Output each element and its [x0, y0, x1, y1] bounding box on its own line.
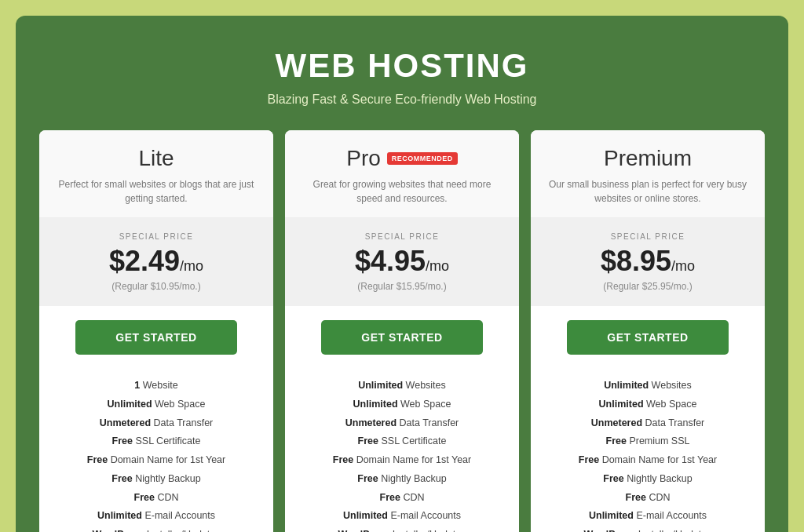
plan-features-premium: Unlimited WebsitesUnlimited Web SpaceUnm… [531, 369, 765, 532]
plan-features-lite: 1 WebsiteUnlimited Web SpaceUnmetered Da… [39, 369, 273, 532]
plan-name-premium: Premium [546, 146, 749, 171]
plan-card-pro: ProRECOMMENDEDGreat for growing websites… [285, 130, 519, 532]
price-lite: $2.49/mo [55, 245, 258, 278]
feature-item: Free CDN [55, 489, 258, 508]
price-period-pro: /mo [426, 258, 449, 274]
price-pro: $4.95/mo [301, 245, 503, 278]
regular-price-pro: (Regular $15.95/mo.) [301, 281, 503, 292]
page-title: WEB HOSTING [39, 47, 765, 85]
feature-item: Unlimited Web Space [55, 395, 258, 414]
plan-header-pro: ProRECOMMENDEDGreat for growing websites… [285, 130, 519, 218]
price-period-lite: /mo [180, 258, 203, 274]
special-price-label-lite: SPECIAL PRICE [55, 232, 258, 241]
plan-header-lite: LitePerfect for small websites or blogs … [39, 130, 273, 218]
get-started-button-pro[interactable]: GET STARTED [321, 320, 483, 355]
feature-item: Unlimited Websites [301, 377, 503, 395]
plan-cta-pro: GET STARTED [285, 306, 519, 369]
get-started-button-premium[interactable]: GET STARTED [567, 320, 729, 355]
feature-item: Unmetered Data Transfer [546, 414, 749, 433]
plan-description-premium: Our small business plan is perfect for v… [546, 177, 749, 206]
feature-item: WordPress Installer/Updates [546, 526, 749, 532]
plan-features-pro: Unlimited WebsitesUnlimited Web SpaceUnm… [285, 369, 519, 532]
feature-item: WordPress Installer/Updates [301, 526, 503, 532]
feature-item: Free Domain Name for 1st Year [546, 451, 749, 470]
plan-card-lite: LitePerfect for small websites or blogs … [39, 130, 273, 532]
special-price-label-pro: SPECIAL PRICE [301, 232, 503, 241]
plan-name-text-pro: Pro [346, 146, 381, 171]
regular-price-premium: (Regular $25.95/mo.) [546, 281, 749, 292]
feature-item: Free SSL Certificate [301, 432, 503, 451]
special-price-label-premium: SPECIAL PRICE [546, 232, 749, 241]
plan-description-lite: Perfect for small websites or blogs that… [55, 177, 258, 206]
get-started-button-lite[interactable]: GET STARTED [75, 320, 237, 355]
plans-grid: LitePerfect for small websites or blogs … [39, 130, 765, 532]
feature-item: Free SSL Certificate [55, 432, 258, 451]
feature-item: Unlimited E-mail Accounts [546, 507, 749, 526]
feature-item: Free Premium SSL [546, 432, 749, 451]
plan-pricing-lite: SPECIAL PRICE$2.49/mo(Regular $10.95/mo.… [39, 218, 273, 306]
page-subtitle: Blazing Fast & Secure Eco-friendly Web H… [39, 93, 765, 107]
feature-item: 1 Website [55, 377, 258, 395]
price-period-premium: /mo [671, 258, 695, 274]
feature-item: Unlimited E-mail Accounts [301, 507, 503, 526]
plan-name-pro: ProRECOMMENDED [301, 146, 503, 171]
price-premium: $8.95/mo [546, 245, 749, 278]
feature-item: Unmetered Data Transfer [301, 414, 503, 433]
plan-description-pro: Great for growing websites that need mor… [301, 177, 503, 206]
feature-item: Unmetered Data Transfer [55, 414, 258, 433]
plan-pricing-pro: SPECIAL PRICE$4.95/mo(Regular $15.95/mo.… [285, 218, 519, 306]
feature-item: Free CDN [301, 489, 503, 508]
plan-name-lite: Lite [55, 146, 258, 171]
feature-item: Free Nightly Backup [55, 470, 258, 489]
page-header: WEB HOSTING Blazing Fast & Secure Eco-fr… [39, 47, 765, 107]
plan-pricing-premium: SPECIAL PRICE$8.95/mo(Regular $25.95/mo.… [531, 218, 765, 306]
feature-item: Free Domain Name for 1st Year [55, 451, 258, 470]
feature-item: Unlimited E-mail Accounts [55, 507, 258, 526]
plan-cta-lite: GET STARTED [39, 306, 273, 369]
plan-name-text-lite: Lite [138, 146, 174, 171]
feature-item: Free Nightly Backup [301, 470, 503, 489]
regular-price-lite: (Regular $10.95/mo.) [55, 281, 258, 292]
feature-item: Unlimited Web Space [546, 395, 749, 414]
feature-item: Free Domain Name for 1st Year [301, 451, 503, 470]
recommended-badge: RECOMMENDED [387, 152, 458, 165]
feature-item: Unlimited Websites [546, 377, 749, 395]
plan-header-premium: PremiumOur small business plan is perfec… [531, 130, 765, 218]
feature-item: Unlimited Web Space [301, 395, 503, 414]
main-container: WEB HOSTING Blazing Fast & Secure Eco-fr… [16, 16, 788, 532]
feature-item: Free Nightly Backup [546, 470, 749, 489]
plan-card-premium: PremiumOur small business plan is perfec… [531, 130, 765, 532]
feature-item: WordPress Installer/Updates [55, 526, 258, 532]
feature-item: Free CDN [546, 489, 749, 508]
plan-name-text-premium: Premium [604, 146, 692, 171]
plan-cta-premium: GET STARTED [531, 306, 765, 369]
